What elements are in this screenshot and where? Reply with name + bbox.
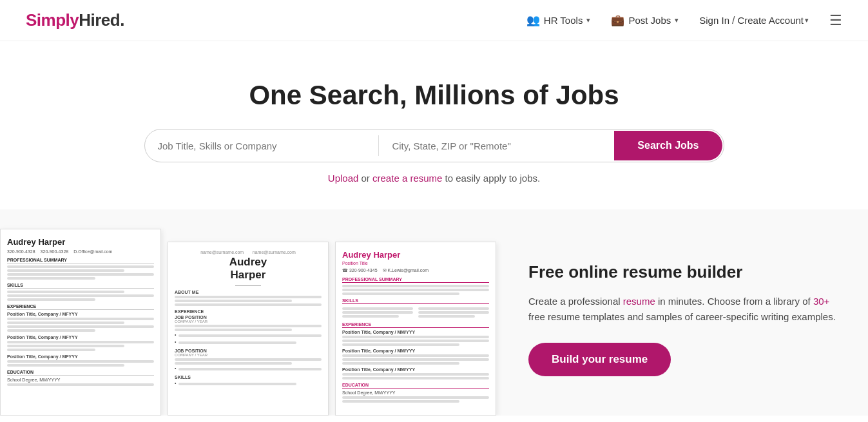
r1-line7 <box>7 298 95 301</box>
r3-s3 <box>342 315 399 318</box>
r1-line17 <box>7 383 154 386</box>
resume-preview-3: Audrey Harper Position Title ☎ 320-900-4… <box>335 242 496 416</box>
hero-title: One Search, Millions of Jobs <box>249 80 619 111</box>
r2-line5 <box>175 329 292 331</box>
resume3-edu-header: Education <box>342 383 489 388</box>
create-resume-link[interactable]: create a resume <box>372 173 442 184</box>
resume3-name: Audrey Harper <box>342 250 489 260</box>
location-search-input[interactable] <box>379 131 613 160</box>
r1-line9 <box>7 321 124 324</box>
desc-part1: Create a professional <box>528 296 623 307</box>
post-jobs-menu[interactable]: 💼 Post Jobs ▾ <box>611 14 679 27</box>
hr-tools-menu[interactable]: 👥 HR Tools ▾ <box>526 14 591 27</box>
r2-line8 <box>175 358 322 361</box>
hero-sub-suffix: to easily apply to jobs. <box>442 173 540 184</box>
r2-line7 <box>178 341 296 344</box>
r2-line6 <box>178 334 322 337</box>
r3-e8 <box>342 377 489 379</box>
upload-resume-link[interactable]: Upload <box>328 173 359 184</box>
r3-s6 <box>418 315 475 318</box>
hr-tools-label: HR Tools <box>544 15 583 26</box>
auth-separator: / <box>732 15 735 26</box>
r3-s2 <box>342 311 413 314</box>
r2-line11 <box>178 383 296 385</box>
r3-e5 <box>342 358 489 361</box>
resume3-skills-header: Skills <box>342 298 489 304</box>
resume-info-panel: Free online resume builder Create a prof… <box>496 209 868 416</box>
r1-line5 <box>7 291 124 293</box>
r2-line3 <box>175 303 322 306</box>
r2-line4 <box>175 325 322 327</box>
r3-line3 <box>342 293 459 295</box>
post-jobs-chevron-icon: ▾ <box>675 16 679 24</box>
r1-line1 <box>7 265 154 268</box>
resume1-summary-header: Professional Summary <box>7 258 154 264</box>
resume-preview-1: Audrey Harper 320-900-4328 320-900-4328 … <box>0 229 161 416</box>
desc-highlight-resume: resume <box>623 296 655 307</box>
r3-ed2 <box>342 400 459 403</box>
auth-nav: Sign In / Create Account ▾ <box>699 15 809 26</box>
r3-s1 <box>342 307 413 310</box>
hamburger-button[interactable]: ☰ <box>829 14 842 28</box>
logo[interactable]: SimplyHired. <box>26 10 124 30</box>
job-search-input[interactable] <box>145 131 379 160</box>
post-jobs-icon: 💼 <box>611 14 624 27</box>
r3-line1 <box>342 285 489 287</box>
r1-line8 <box>7 318 154 320</box>
r1-line6 <box>7 294 154 297</box>
build-resume-button[interactable]: Build your resume <box>528 343 671 376</box>
desc-highlight-count: 30+ <box>813 296 829 307</box>
r1-line14 <box>7 349 95 351</box>
resume1-edu-header: Education <box>7 370 154 376</box>
resume3-exp-header: Experience <box>342 322 489 328</box>
r3-e6 <box>342 362 459 365</box>
resume2-name: AudreyHarper <box>175 256 322 282</box>
r1-line10 <box>7 325 154 328</box>
r2-line2 <box>175 300 292 302</box>
r3-e2 <box>342 340 489 342</box>
r3-s4 <box>418 307 489 310</box>
r2-line10 <box>178 368 322 370</box>
r1-line4 <box>7 277 95 280</box>
r2-line1 <box>175 296 322 298</box>
desc-part3: free resume templates and samples of car… <box>528 311 836 322</box>
site-header: SimplyHired. 👥 HR Tools ▾ 💼 Post Jobs ▾ … <box>0 0 868 41</box>
resume3-contact: ☎ 320-900-4345 ✉ K.Lewis@gmail.com <box>342 268 489 273</box>
r3-e1 <box>342 336 489 338</box>
r1-line11 <box>7 329 95 332</box>
search-jobs-button[interactable]: Search Jobs <box>614 131 722 160</box>
resume3-subtitle: Position Title <box>342 261 489 265</box>
r3-line2 <box>342 289 489 291</box>
r1-line15 <box>7 360 154 363</box>
resume1-exp-header: Experience <box>7 304 154 310</box>
resume-builder-section: Audrey Harper 320-900-4328 320-900-4328 … <box>0 209 868 416</box>
resume-previews: Audrey Harper 320-900-4328 320-900-4328 … <box>0 209 496 416</box>
auth-chevron-icon: ▾ <box>805 16 809 24</box>
resume1-skills-header: Skills <box>7 283 154 289</box>
hero-subtext: Upload or create a resume to easily appl… <box>328 173 540 184</box>
r3-e3 <box>342 343 459 346</box>
r1-line13 <box>7 345 124 347</box>
hr-tools-icon: 👥 <box>526 14 540 27</box>
r1-line12 <box>7 341 154 343</box>
signin-link[interactable]: Sign In <box>699 15 729 26</box>
hr-tools-chevron-icon: ▾ <box>586 16 590 24</box>
desc-part2: in minutes. Choose from a library of <box>655 296 813 307</box>
logo-simply: Simply <box>26 10 79 30</box>
post-jobs-label: Post Jobs <box>628 15 671 26</box>
r1-line3 <box>7 273 154 276</box>
search-bar: Search Jobs <box>144 129 724 162</box>
r3-s5 <box>418 311 489 314</box>
logo-dot: . <box>120 10 124 30</box>
r2-line9 <box>175 362 292 365</box>
logo-hired: Hired <box>79 10 120 30</box>
hero-section: One Search, Millions of Jobs Search Jobs… <box>0 41 868 209</box>
r1-line2 <box>7 269 124 272</box>
create-account-link[interactable]: Create Account <box>737 15 804 26</box>
resume-builder-title: Free online resume builder <box>528 262 836 283</box>
resume-preview-2: name@surname.com name@surname.com Audrey… <box>168 242 329 416</box>
r3-e4 <box>342 354 489 357</box>
hero-sub-or: or <box>358 173 372 184</box>
r1-line16 <box>7 364 124 367</box>
r3-ed1 <box>342 396 489 399</box>
